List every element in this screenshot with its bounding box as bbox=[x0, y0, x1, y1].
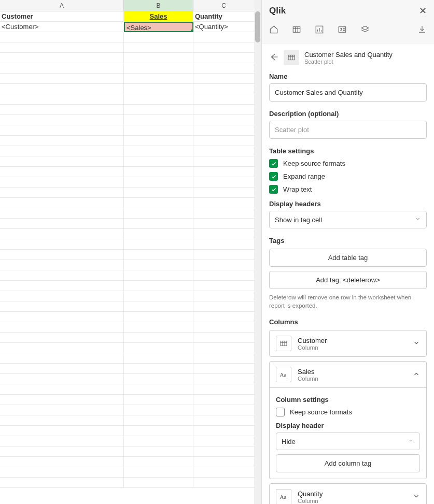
empty-cell[interactable] bbox=[124, 136, 193, 146]
wrap-text-checkbox[interactable] bbox=[269, 185, 278, 194]
empty-cell[interactable] bbox=[193, 281, 255, 291]
empty-cell[interactable] bbox=[193, 374, 255, 384]
empty-cell[interactable] bbox=[0, 84, 124, 94]
column-keep-formats-checkbox[interactable] bbox=[276, 408, 285, 416]
empty-cell[interactable] bbox=[124, 270, 193, 281]
empty-cell[interactable] bbox=[193, 333, 255, 343]
empty-cell[interactable] bbox=[193, 405, 255, 415]
empty-cell[interactable] bbox=[0, 281, 124, 291]
empty-cell[interactable] bbox=[0, 395, 124, 405]
empty-cell[interactable] bbox=[124, 281, 193, 291]
empty-cell[interactable] bbox=[193, 250, 255, 260]
empty-cell[interactable] bbox=[0, 415, 124, 426]
empty-cell[interactable] bbox=[0, 374, 124, 384]
name-input[interactable] bbox=[269, 83, 427, 102]
add-column-tag-button[interactable]: Add column tag bbox=[276, 454, 420, 472]
vertical-scrollbar[interactable] bbox=[254, 0, 261, 504]
empty-cell[interactable] bbox=[124, 188, 193, 198]
empty-cell[interactable] bbox=[0, 260, 124, 270]
empty-cell[interactable] bbox=[0, 177, 124, 188]
download-icon[interactable] bbox=[417, 25, 427, 36]
empty-cell[interactable] bbox=[124, 239, 193, 250]
empty-cell[interactable] bbox=[193, 219, 255, 229]
empty-cell[interactable] bbox=[193, 42, 255, 53]
grid[interactable]: Customer Sales Quantity <Customer> <Sale… bbox=[0, 11, 261, 504]
empty-cell[interactable] bbox=[124, 74, 193, 84]
empty-cell[interactable] bbox=[193, 364, 255, 374]
empty-cell[interactable] bbox=[124, 42, 193, 53]
empty-cell[interactable] bbox=[193, 229, 255, 239]
empty-cell[interactable] bbox=[193, 74, 255, 84]
empty-cell[interactable] bbox=[124, 447, 193, 457]
empty-cell[interactable] bbox=[193, 322, 255, 333]
empty-cell[interactable] bbox=[124, 436, 193, 447]
empty-cell[interactable] bbox=[0, 467, 124, 478]
empty-cell[interactable] bbox=[0, 94, 124, 105]
empty-cell[interactable] bbox=[0, 105, 124, 115]
empty-cell[interactable] bbox=[193, 105, 255, 115]
empty-cell[interactable] bbox=[193, 312, 255, 322]
empty-cell[interactable] bbox=[124, 198, 193, 208]
empty-cell[interactable] bbox=[124, 364, 193, 374]
empty-cell[interactable] bbox=[193, 115, 255, 125]
empty-cell[interactable] bbox=[0, 447, 124, 457]
empty-cell[interactable] bbox=[0, 188, 124, 198]
chart-icon[interactable] bbox=[315, 25, 324, 36]
empty-cell[interactable] bbox=[193, 125, 255, 136]
empty-cell[interactable] bbox=[124, 467, 193, 478]
empty-cell[interactable] bbox=[193, 167, 255, 177]
empty-cell[interactable] bbox=[124, 374, 193, 384]
cell-a2[interactable]: <Customer> bbox=[0, 22, 124, 32]
empty-cell[interactable] bbox=[0, 426, 124, 436]
empty-cell[interactable] bbox=[124, 32, 193, 42]
empty-cell[interactable] bbox=[193, 457, 255, 467]
empty-cell[interactable] bbox=[0, 74, 124, 84]
empty-cell[interactable] bbox=[0, 343, 124, 353]
empty-cell[interactable] bbox=[0, 270, 124, 281]
empty-cell[interactable] bbox=[0, 239, 124, 250]
empty-cell[interactable] bbox=[124, 312, 193, 322]
empty-cell[interactable] bbox=[0, 32, 124, 42]
empty-cell[interactable] bbox=[0, 250, 124, 260]
empty-cell[interactable] bbox=[124, 291, 193, 301]
layers-icon[interactable] bbox=[360, 25, 370, 36]
empty-cell[interactable] bbox=[0, 115, 124, 125]
description-input[interactable] bbox=[269, 121, 427, 139]
empty-cell[interactable] bbox=[124, 250, 193, 260]
formula-icon[interactable] bbox=[338, 25, 347, 36]
column-card-sales[interactable]: Aa| Sales Column bbox=[269, 361, 427, 388]
empty-cell[interactable] bbox=[193, 395, 255, 405]
empty-cell[interactable] bbox=[124, 84, 193, 94]
empty-cell[interactable] bbox=[0, 353, 124, 364]
add-deleterow-button[interactable]: Add tag: <deleterow> bbox=[269, 271, 427, 289]
empty-cell[interactable] bbox=[0, 208, 124, 219]
empty-cell[interactable] bbox=[124, 405, 193, 415]
cell-a1[interactable]: Customer bbox=[0, 11, 124, 22]
cell-c2[interactable]: <Quantity> bbox=[193, 22, 255, 32]
empty-cell[interactable] bbox=[0, 405, 124, 415]
empty-cell[interactable] bbox=[124, 353, 193, 364]
empty-cell[interactable] bbox=[124, 457, 193, 467]
empty-cell[interactable] bbox=[0, 436, 124, 447]
empty-cell[interactable] bbox=[0, 312, 124, 322]
empty-cell[interactable] bbox=[124, 333, 193, 343]
empty-cell[interactable] bbox=[193, 436, 255, 447]
empty-cell[interactable] bbox=[193, 32, 255, 42]
back-arrow-icon[interactable] bbox=[269, 52, 278, 63]
empty-cell[interactable] bbox=[193, 291, 255, 301]
empty-cell[interactable] bbox=[193, 94, 255, 105]
empty-cell[interactable] bbox=[0, 63, 124, 74]
table-icon[interactable] bbox=[292, 25, 301, 36]
empty-cell[interactable] bbox=[124, 146, 193, 156]
empty-cell[interactable] bbox=[124, 156, 193, 167]
empty-cell[interactable] bbox=[0, 136, 124, 146]
empty-cell[interactable] bbox=[193, 198, 255, 208]
keep-formats-checkbox[interactable] bbox=[269, 159, 278, 168]
empty-cell[interactable] bbox=[0, 167, 124, 177]
cell-b1[interactable]: Sales bbox=[124, 11, 193, 22]
empty-cell[interactable] bbox=[124, 125, 193, 136]
column-card-quantity[interactable]: Aa| Quantity Column bbox=[269, 483, 427, 504]
empty-cell[interactable] bbox=[193, 208, 255, 219]
empty-cell[interactable] bbox=[124, 426, 193, 436]
empty-cell[interactable] bbox=[193, 53, 255, 63]
